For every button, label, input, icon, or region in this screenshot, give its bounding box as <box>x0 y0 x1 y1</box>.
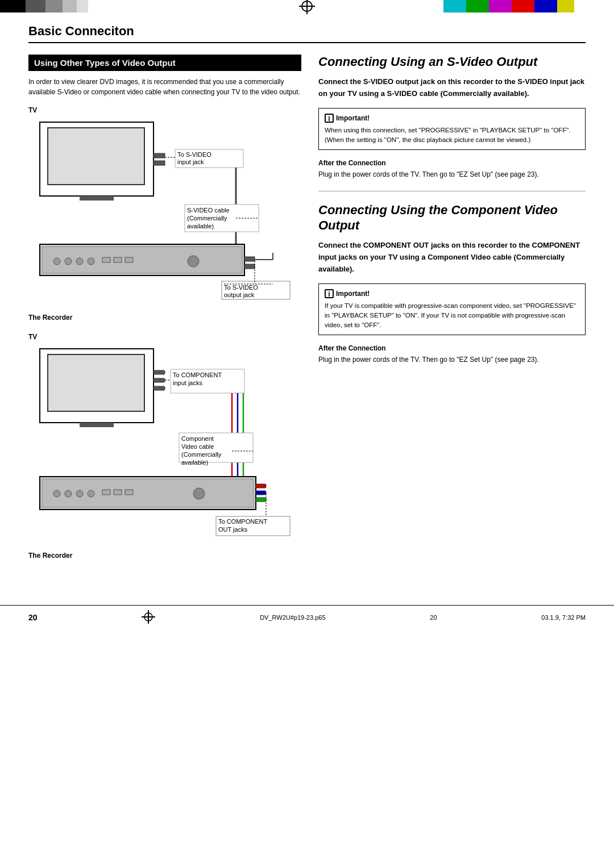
svideo-svg: To S-VIDEO input jack S-VIDEO cable (Com… <box>28 116 301 310</box>
important-icon-2: i <box>325 289 334 298</box>
color-gray <box>45 0 63 12</box>
svg-rect-64 <box>256 491 266 495</box>
page-content: Basic Conneciton Using Other Types of Vi… <box>0 12 614 594</box>
svg-rect-1 <box>48 128 144 185</box>
color-green <box>466 0 489 12</box>
divider <box>318 191 586 191</box>
svg-rect-59 <box>102 490 110 495</box>
svideo-diagram: TV To S-VIDEO input jack <box>28 106 301 322</box>
svg-point-55 <box>53 490 60 497</box>
svg-text:output jack: output jack <box>224 291 255 298</box>
page-title: Basic Conneciton <box>28 24 586 43</box>
top-bar-center <box>171 0 443 12</box>
left-section-heading: Using Other Types of Video Output <box>28 55 301 71</box>
file-info-right: 03.1.9, 7:32 PM <box>541 614 586 621</box>
file-info-left: DV_RW2U#p19-23.p65 <box>260 614 325 621</box>
svideo-after-title: After the Connection <box>318 158 586 168</box>
color-black <box>0 0 26 12</box>
color-llgray <box>77 0 88 12</box>
svg-rect-23 <box>125 257 133 262</box>
left-column: Using Other Types of Video Output In ord… <box>28 55 301 571</box>
component-important-text: If your TV is compatible with progressiv… <box>325 301 579 331</box>
svg-point-17 <box>53 258 60 265</box>
crosshair-bottom <box>142 610 155 625</box>
color-blue <box>534 0 557 12</box>
tv-label-2: TV <box>28 333 301 341</box>
svg-text:To S-VIDEO: To S-VIDEO <box>177 151 211 158</box>
svg-text:input jack: input jack <box>177 158 204 165</box>
svg-text:input jacks: input jacks <box>173 379 202 386</box>
component-diagram: TV To COMPONENT input jacks <box>28 333 301 560</box>
svg-rect-3 <box>154 153 165 158</box>
bottom-bar: 20 DV_RW2U#p19-23.p65 20 03.1.9, 7:32 PM <box>0 605 614 629</box>
svg-point-20 <box>88 258 94 265</box>
component-section-title: Connecting Using the Component Video Out… <box>318 203 586 233</box>
right-color-blocks <box>443 0 614 12</box>
svideo-important-text: When using this connection, set "PROGRES… <box>325 126 579 145</box>
svg-text:S-VIDEO cable: S-VIDEO cable <box>187 207 230 214</box>
file-info-center: 20 <box>430 614 437 621</box>
svg-rect-21 <box>102 257 110 262</box>
crosshair-circle <box>301 1 313 12</box>
color-red <box>512 0 534 12</box>
component-after-title: After the Connection <box>318 343 586 353</box>
svideo-description: Connect the S-VIDEO output jack on this … <box>318 76 586 100</box>
svideo-after-text: Plug in the power cords of the TV. Then … <box>318 169 586 180</box>
component-after-text: Plug in the power cords of the TV. Then … <box>318 354 586 365</box>
color-lgray <box>63 0 77 12</box>
svg-rect-25 <box>244 257 255 261</box>
svg-rect-35 <box>48 354 144 411</box>
svg-rect-39 <box>154 386 165 390</box>
svg-rect-2 <box>80 196 114 201</box>
svg-text:Component: Component <box>181 435 214 442</box>
svg-rect-26 <box>244 264 255 269</box>
main-columns: Using Other Types of Video Output In ord… <box>28 55 586 571</box>
svideo-important-box: i Important! When using this connection,… <box>318 108 586 151</box>
svg-text:OUT jacks: OUT jacks <box>218 526 248 533</box>
svg-rect-65 <box>256 498 266 502</box>
svg-point-57 <box>76 490 83 497</box>
page-number: 20 <box>28 613 38 622</box>
component-after-connection: After the Connection Plug in the power c… <box>318 343 586 365</box>
color-magenta <box>489 0 512 12</box>
svg-rect-4 <box>154 161 165 165</box>
component-description: Connect the COMPONENT OUT jacks on this … <box>318 240 586 275</box>
svg-rect-63 <box>256 484 266 488</box>
svg-rect-54 <box>42 479 254 507</box>
svg-text:(Commercially: (Commercially <box>187 215 227 222</box>
component-important-box: i Important! If your TV is compatible wi… <box>318 283 586 336</box>
color-cyan <box>443 0 466 12</box>
svg-text:To COMPONENT: To COMPONENT <box>173 372 222 378</box>
svg-rect-22 <box>114 257 122 262</box>
svg-point-56 <box>65 490 72 497</box>
svg-text:Video cable: Video cable <box>181 443 214 450</box>
svg-text:To COMPONENT: To COMPONENT <box>218 518 267 525</box>
crosshair-icon <box>299 0 315 14</box>
svideo-after-connection: After the Connection Plug in the power c… <box>318 158 586 180</box>
left-color-blocks <box>0 0 171 12</box>
svg-text:available): available) <box>187 223 214 229</box>
svg-rect-60 <box>114 490 122 495</box>
svg-rect-36 <box>80 423 114 427</box>
color-dgray <box>26 0 45 12</box>
svg-text:(Commercially: (Commercially <box>181 451 222 458</box>
svg-rect-38 <box>154 378 165 382</box>
top-color-bar <box>0 0 614 12</box>
svideo-section-title: Connecting Using an S-Video Output <box>318 55 586 69</box>
svg-rect-61 <box>125 490 133 495</box>
right-column: Connecting Using an S-Video Output Conne… <box>318 55 586 571</box>
svg-rect-37 <box>154 370 165 374</box>
svg-point-19 <box>76 258 83 265</box>
recorder-label-1: The Recorder <box>28 314 301 322</box>
tv-label-1: TV <box>28 106 301 114</box>
color-yellow <box>557 0 574 12</box>
svg-point-24 <box>188 256 199 267</box>
recorder-label-2: The Recorder <box>28 552 301 560</box>
svideo-important-title: i Important! <box>325 113 579 123</box>
svg-point-58 <box>88 490 94 497</box>
component-svg: To COMPONENT input jacks Component Video… <box>28 343 301 548</box>
svg-point-18 <box>65 258 72 265</box>
svg-point-62 <box>193 488 205 499</box>
svg-rect-16 <box>42 247 242 273</box>
color-white <box>574 0 591 12</box>
